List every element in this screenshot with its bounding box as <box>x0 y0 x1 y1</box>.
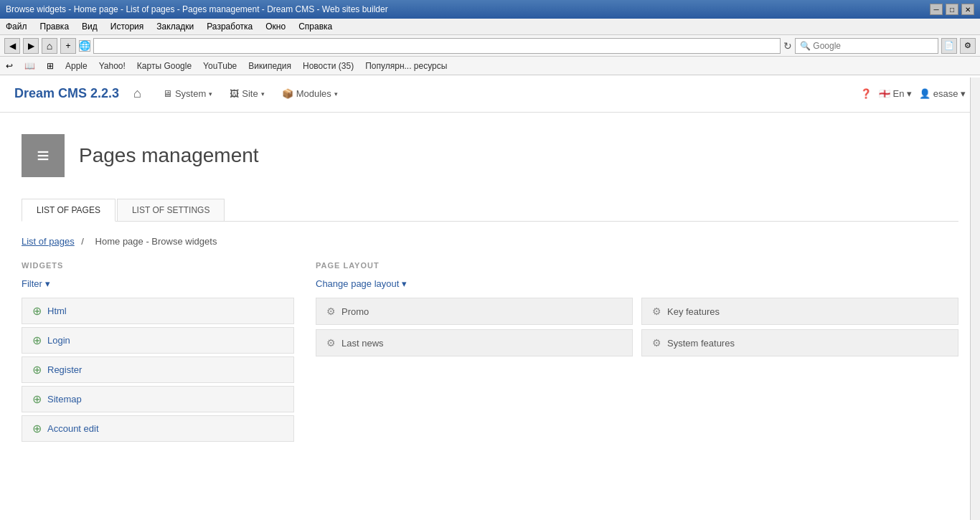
cms-nav-site-label: Site <box>242 88 258 99</box>
user-menu[interactable]: 👤 esase ▾ <box>919 88 966 99</box>
system-dropdown-arrow: ▾ <box>209 90 212 98</box>
layout-promo-label: Promo <box>341 306 369 317</box>
layout-system-features[interactable]: ⚙ System features <box>641 329 958 356</box>
cms-nav-modules[interactable]: 📦 Modules ▾ <box>275 84 345 103</box>
forward-button[interactable]: ▶ <box>23 38 39 54</box>
bookmark-wikipedia[interactable]: Википедия <box>248 61 291 71</box>
breadcrumb: List of pages / Home page - Browse widge… <box>22 236 958 247</box>
widget-sitemap-label: Sitemap <box>47 394 82 405</box>
breadcrumb-current: Home page - Browse widgets <box>95 236 217 247</box>
cms-nav-system-label: System <box>175 88 206 99</box>
page-header: ≡ Pages management <box>22 127 958 184</box>
cms-header: Dream CMS 2.2.3 ⌂ 🖥 System ▾ 🖼 Site ▾ 📦 … <box>0 75 980 113</box>
bookmark-popular[interactable]: Популярн... ресурсы <box>365 61 447 71</box>
cms-home-nav: ⌂ <box>133 86 141 101</box>
page-layout-column: PAGE LAYOUT Change page layout ▾ ⚙ Promo… <box>316 261 958 445</box>
refresh-button[interactable]: ↻ <box>783 40 792 52</box>
page-title: Pages management <box>79 144 259 167</box>
new-tab-button[interactable]: + <box>60 38 76 54</box>
filter-arrow-icon: ▾ <box>45 278 50 289</box>
breadcrumb-separator: / <box>81 236 84 247</box>
sitemap-plus-icon: ⊕ <box>32 392 42 406</box>
bookmark-youtube[interactable]: YouTube <box>203 61 237 71</box>
site-dropdown-arrow: ▾ <box>261 90 265 98</box>
breadcrumb-link[interactable]: List of pages <box>22 236 75 247</box>
widget-html-label: Html <box>47 306 67 316</box>
widget-account-edit-label: Account edit <box>47 423 99 434</box>
change-layout-arrow-icon: ▾ <box>402 278 407 289</box>
menu-file[interactable]: Файл <box>3 20 30 33</box>
cms-nav-right: ❓ 🏴󠁧󠁢󠁥󠁮󠁧󠁿 En ▾ 👤 esase ▾ <box>860 88 966 99</box>
home-icon[interactable]: ⌂ <box>133 86 141 101</box>
page-layout-section-label: PAGE LAYOUT <box>316 261 958 270</box>
bookmark-apple[interactable]: Apple <box>65 61 88 71</box>
menu-view[interactable]: Вид <box>79 20 100 33</box>
home-button[interactable]: ⌂ <box>42 38 57 54</box>
page-icon: ≡ <box>22 134 65 177</box>
menu-help[interactable]: Справка <box>296 20 335 33</box>
widget-register[interactable]: ⊕ Register <box>22 356 294 383</box>
window-controls[interactable]: ─ □ ✕ <box>930 4 974 15</box>
widget-login[interactable]: ⊕ Login <box>22 327 294 354</box>
window-title: Browse widgets - Home page - List of pag… <box>6 4 388 14</box>
main-content: ≡ Pages management LIST OF PAGES LIST OF… <box>0 113 980 520</box>
settings-button[interactable]: ⚙ <box>960 38 976 54</box>
layout-key-features[interactable]: ⚙ Key features <box>641 298 958 325</box>
menu-bookmarks[interactable]: Закладки <box>154 20 197 33</box>
two-column-layout: WIDGETS Filter ▾ ⊕ Html ⊕ Login ⊕ Regist… <box>22 261 958 445</box>
layout-right-col: ⚙ Key features ⚙ System features <box>641 298 958 356</box>
layout-grid: ⚙ Promo ⚙ Last news ⚙ Key features <box>316 298 958 356</box>
site-icon: 🌐 <box>79 40 90 52</box>
cms-nav-system[interactable]: 🖥 System ▾ <box>156 84 220 103</box>
help-button[interactable]: ❓ <box>860 88 872 99</box>
layout-left-col: ⚙ Promo ⚙ Last news <box>316 298 633 356</box>
address-bar[interactable] <box>93 38 781 54</box>
widgets-section-label: WIDGETS <box>22 261 294 270</box>
bookmark-news[interactable]: Новости (35) <box>303 61 354 71</box>
language-selector[interactable]: 🏴󠁧󠁢󠁥󠁮󠁧󠁿 En ▾ <box>879 88 912 99</box>
bookmark-maps[interactable]: Карты Google <box>137 61 192 71</box>
account-edit-plus-icon: ⊕ <box>32 422 42 435</box>
nav-extra-button[interactable]: 📄 <box>941 38 957 54</box>
pages-icon: ≡ <box>37 143 50 168</box>
filter-label: Filter <box>22 278 42 289</box>
widget-account-edit[interactable]: ⊕ Account edit <box>22 415 294 442</box>
nav-bar: ◀ ▶ ⌂ + 🌐 ↻ 📄 ⚙ <box>0 35 980 57</box>
site-icon-nav: 🖼 <box>230 88 239 99</box>
html-plus-icon: ⊕ <box>32 304 42 318</box>
reading-list-icon: 📖 <box>24 61 35 71</box>
title-bar: Browse widgets - Home page - List of pag… <box>0 0 980 19</box>
minimize-button[interactable]: ─ <box>930 4 943 15</box>
scrollbar[interactable] <box>970 77 980 520</box>
apps-icon: ⊞ <box>47 61 54 71</box>
menu-dev[interactable]: Разработка <box>204 20 255 33</box>
bookmarks-bar: ↩ 📖 ⊞ Apple Yahoo! Карты Google YouTube … <box>0 57 980 75</box>
menu-history[interactable]: История <box>108 20 147 33</box>
widget-login-label: Login <box>47 335 70 346</box>
cms-nav: 🖥 System ▾ 🖼 Site ▾ 📦 Modules ▾ <box>156 84 846 103</box>
layout-last-news[interactable]: ⚙ Last news <box>316 329 633 356</box>
search-bar[interactable] <box>795 38 938 54</box>
widget-sitemap[interactable]: ⊕ Sitemap <box>22 386 294 412</box>
menu-edit[interactable]: Правка <box>37 20 72 33</box>
register-plus-icon: ⊕ <box>32 363 42 377</box>
change-layout-button[interactable]: Change page layout ▾ <box>316 278 407 289</box>
layout-promo[interactable]: ⚙ Promo <box>316 298 633 325</box>
menu-window[interactable]: Окно <box>263 20 288 33</box>
cms-nav-site[interactable]: 🖼 Site ▾ <box>222 84 271 103</box>
maximize-button[interactable]: □ <box>946 4 958 15</box>
filter-button[interactable]: Filter ▾ <box>22 278 50 289</box>
close-button[interactable]: ✕ <box>961 4 974 15</box>
modules-dropdown-arrow: ▾ <box>334 90 338 98</box>
promo-gear-icon: ⚙ <box>326 306 336 317</box>
tab-list-of-settings[interactable]: LIST OF SETTINGS <box>117 199 225 221</box>
layout-key-features-label: Key features <box>667 306 720 317</box>
back-icon: ↩ <box>6 61 13 71</box>
cms-logo[interactable]: Dream CMS 2.2.3 <box>14 86 119 101</box>
tabs: LIST OF PAGES LIST OF SETTINGS <box>22 199 958 222</box>
layout-last-news-label: Last news <box>341 338 384 349</box>
widget-html[interactable]: ⊕ Html <box>22 298 294 324</box>
bookmark-yahoo[interactable]: Yahoo! <box>99 61 126 71</box>
back-button[interactable]: ◀ <box>4 38 20 54</box>
tab-list-of-pages[interactable]: LIST OF PAGES <box>22 199 116 222</box>
